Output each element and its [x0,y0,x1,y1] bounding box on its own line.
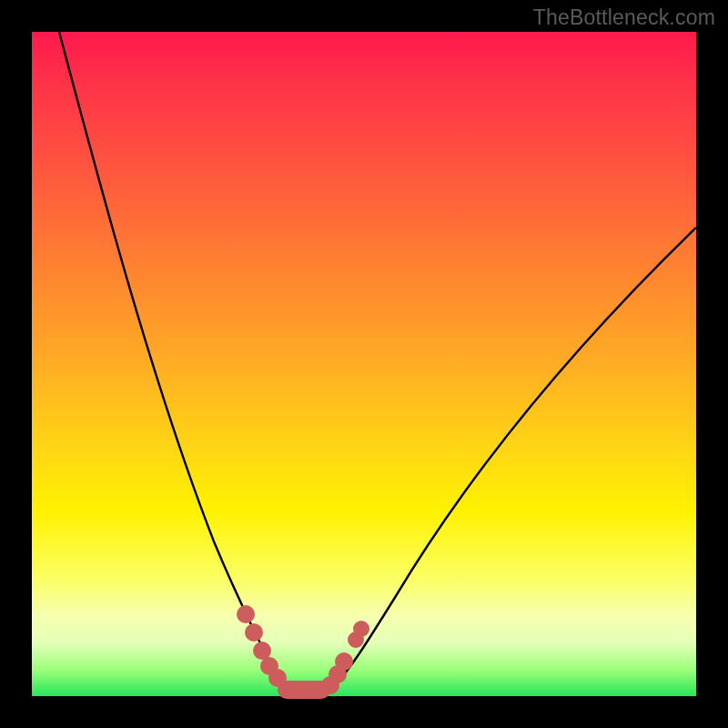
svg-point-0 [237,605,255,623]
svg-point-8 [335,652,353,671]
plot-area [32,32,696,696]
svg-point-2 [253,642,271,660]
bottleneck-curve [59,32,696,691]
highlighted-range [237,605,369,699]
chart-svg [32,32,696,696]
svg-point-1 [245,623,263,642]
svg-point-10 [353,621,369,637]
watermark-text: TheBottleneck.com [533,5,715,30]
chart-frame: TheBottleneck.com [0,0,728,728]
